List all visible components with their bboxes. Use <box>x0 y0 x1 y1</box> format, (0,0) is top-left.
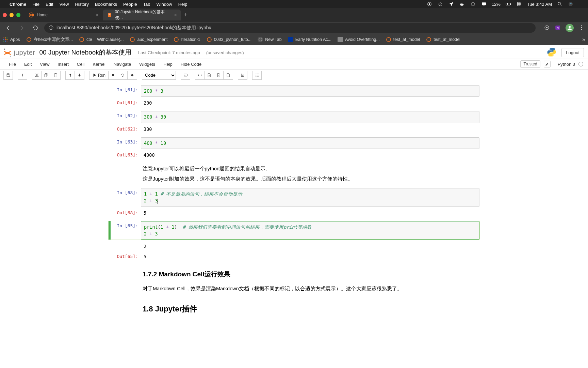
markdown-cell[interactable]: 1.7.2 Markdown Cell运行效果 <box>109 269 479 280</box>
copy-button[interactable] <box>42 71 51 80</box>
menu-view[interactable]: View <box>36 60 53 69</box>
docker-icon[interactable] <box>459 1 465 7</box>
menu-edit[interactable]: Edit <box>46 2 53 7</box>
minimize-window-icon[interactable] <box>10 13 14 17</box>
kernel-indicator-icon[interactable] <box>578 62 583 66</box>
notifications-icon[interactable] <box>578 1 585 7</box>
site-info-icon[interactable] <box>48 25 54 31</box>
app-name[interactable]: Chrome <box>10 2 26 7</box>
trusted-badge[interactable]: Trusted <box>520 60 540 68</box>
move-down-button[interactable] <box>75 71 84 80</box>
close-tab-icon[interactable]: × <box>96 12 99 18</box>
timer-icon[interactable] <box>437 1 443 7</box>
battery-charging-icon[interactable] <box>505 1 511 7</box>
menu-tab[interactable]: Tab <box>143 2 150 7</box>
display-icon[interactable] <box>481 1 487 7</box>
bookmark-item[interactable]: 0033_python_tuto... <box>207 37 252 42</box>
download-latex-button[interactable] <box>205 71 214 80</box>
notebook-title[interactable]: 00 Jupyter Notebook的基本使用 <box>39 48 131 57</box>
menu-bookmarks[interactable]: Bookmarks <box>95 2 117 7</box>
cut-button[interactable] <box>32 71 42 80</box>
chrome-menu-icon[interactable] <box>578 25 585 32</box>
code-input[interactable]: print(1 + 1) # 如果我们需要看到中间语句的结果，需要使用print… <box>141 221 479 240</box>
menu-people[interactable]: People <box>123 2 137 7</box>
code-cell[interactable]: In [62]:300 + 30 <box>109 111 479 123</box>
code-input[interactable]: 300 + 30 <box>141 111 479 123</box>
clock[interactable]: Tue 3:42 AM <box>527 2 552 7</box>
bookmark-item[interactable]: Iteration-1 <box>174 37 200 42</box>
run-button[interactable]: Run <box>89 71 109 80</box>
onenote-icon[interactable]: N <box>555 25 561 32</box>
profile-avatar[interactable] <box>566 24 574 32</box>
notebook-container[interactable]: In [61]:200 * 3Out[61]:200In [62]:300 + … <box>0 81 588 368</box>
window-controls[interactable] <box>3 13 20 17</box>
code-input[interactable]: 1 + 1 # 不是最后的语句，结果不会自动显示 2 + 3 <box>141 188 479 207</box>
bookmark-item[interactable]: test_af_model <box>386 37 420 42</box>
insert-cell-button[interactable] <box>18 71 27 80</box>
bookmark-item[interactable]: New Tab <box>258 37 281 42</box>
siri-icon[interactable] <box>568 1 574 7</box>
spotlight-icon[interactable] <box>557 1 563 7</box>
location-icon[interactable] <box>448 1 454 7</box>
move-up-button[interactable] <box>65 71 75 80</box>
menu-file[interactable]: File <box>5 60 20 69</box>
menu-edit[interactable]: Edit <box>20 60 36 69</box>
markdown-cell[interactable]: 对于Markdown Cell，效果是渲染Markdown文档（根据不同的标记，… <box>109 285 479 293</box>
cell-type-select[interactable]: Code <box>142 71 176 80</box>
markdown-cell[interactable]: 1.8 Jupyter插件 <box>109 303 479 315</box>
close-window-icon[interactable] <box>3 13 7 17</box>
markdown-cell[interactable]: 注意Jupyter可以将最后一个python返回的结果自动显示。这是Jupyte… <box>109 165 479 183</box>
paste-button[interactable] <box>51 71 61 80</box>
command-palette-button[interactable] <box>181 71 190 80</box>
zoom-window-icon[interactable] <box>16 13 20 17</box>
close-tab-icon[interactable]: × <box>174 12 177 18</box>
save-button[interactable] <box>3 71 13 80</box>
toc-button[interactable] <box>252 71 262 80</box>
grid-icon[interactable] <box>516 1 522 7</box>
address-bar[interactable]: localhost:8890/notebooks/00%20Jupyter%20… <box>44 23 536 33</box>
restart-run-all-button[interactable] <box>128 71 137 80</box>
tray-app-icon[interactable] <box>470 1 476 7</box>
code-input[interactable]: 400 * 10 <box>141 137 479 149</box>
menu-kernel[interactable]: Kernel <box>88 60 110 69</box>
bookmark-apps[interactable]: Apps <box>3 37 20 42</box>
extension-icon[interactable] <box>544 25 550 32</box>
bookmark-item[interactable]: auc_experiment <box>130 37 167 42</box>
menu-hidecode[interactable]: Hide Code <box>177 60 206 69</box>
menu-cell[interactable]: Cell <box>73 60 88 69</box>
bookmark-item[interactable]: cte = WithClause(... <box>79 37 124 42</box>
bookmark-item[interactable]: test_af_model <box>426 37 460 42</box>
menu-view[interactable]: View <box>59 2 69 7</box>
reload-button[interactable] <box>31 23 40 33</box>
menu-insert[interactable]: Insert <box>53 60 73 69</box>
restart-button[interactable] <box>118 71 128 80</box>
edit-metadata-button[interactable] <box>544 61 551 67</box>
menu-widgets[interactable]: Widgets <box>135 60 159 69</box>
menu-help[interactable]: Help <box>178 2 187 7</box>
jupyter-logo[interactable]: jupyter <box>3 48 35 57</box>
record-icon[interactable] <box>426 1 432 7</box>
menu-help[interactable]: Help <box>159 60 177 69</box>
back-button[interactable] <box>3 23 13 33</box>
interrupt-button[interactable] <box>109 71 118 80</box>
new-tab-button[interactable]: + <box>181 10 191 20</box>
menu-window[interactable]: Window <box>156 2 172 7</box>
bookmark-item[interactable]: 在hexo中写的文章... <box>26 37 73 43</box>
chart-button[interactable] <box>238 71 247 80</box>
code-cell[interactable]: In [68]:1 + 1 # 不是最后的语句，结果不会自动显示 2 + 3 <box>109 188 479 207</box>
tab-home[interactable]: Home × <box>24 10 103 20</box>
code-toggle-button[interactable] <box>195 71 205 80</box>
download-pdf-button[interactable]: P <box>214 71 224 80</box>
code-cell[interactable]: In [61]:200 * 3 <box>109 85 479 97</box>
bookmarks-overflow-icon[interactable]: » <box>582 36 585 43</box>
bookmark-item[interactable]: Avoid Overfitting... <box>338 37 380 42</box>
tab-notebook[interactable]: 00 Jupyter Notebook的基本使… × <box>103 10 181 20</box>
code-cell[interactable]: In [63]:400 * 10 <box>109 137 479 149</box>
bookmark-item[interactable]: Early Nutrition Ac... <box>288 37 331 42</box>
menu-navigate[interactable]: Navigate <box>110 60 135 69</box>
forward-button[interactable] <box>17 23 27 33</box>
download-html-button[interactable] <box>224 71 233 80</box>
code-cell[interactable]: In [65]:print(1 + 1) # 如果我们需要看到中间语句的结果，需… <box>109 221 479 240</box>
code-input[interactable]: 200 * 3 <box>141 85 479 97</box>
menu-history[interactable]: History <box>75 2 88 7</box>
